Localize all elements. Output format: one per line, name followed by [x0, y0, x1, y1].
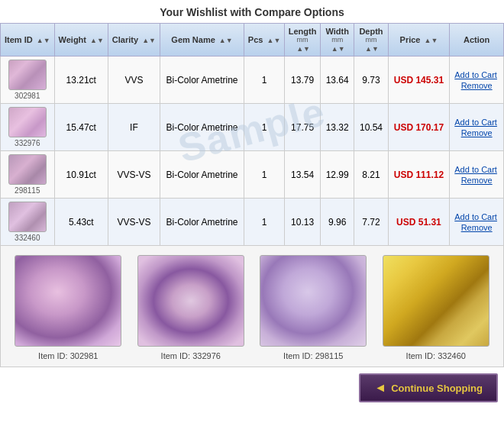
- col-length[interactable]: Lengthmm ▲▼: [285, 24, 321, 57]
- col-pcs[interactable]: Pcs ▲▼: [244, 24, 285, 57]
- item-thumbnail: [8, 202, 47, 232]
- col-action: Action: [450, 24, 504, 57]
- continue-shopping-label: Continue Shopping: [391, 383, 483, 394]
- weight-cell: 13.21ct: [54, 57, 108, 104]
- continue-arrow-icon: ◄: [374, 381, 386, 395]
- clarity-cell: IF: [108, 104, 160, 151]
- gallery-thumbnail: [260, 255, 367, 347]
- width-cell: 13.32: [321, 104, 354, 151]
- width-cell: 13.64: [321, 57, 354, 104]
- item-cell: 302981: [1, 57, 55, 104]
- weight-cell: 10.91ct: [54, 151, 108, 199]
- action-cell: Add to CartRemove: [450, 104, 504, 151]
- item-thumbnail: [8, 60, 47, 90]
- remove-button[interactable]: Remove: [461, 128, 493, 137]
- width-cell: 12.99: [321, 151, 354, 199]
- gallery-item-label: Item ID: 332976: [133, 351, 250, 360]
- col-clarity[interactable]: Clarity ▲▼: [108, 24, 160, 57]
- action-cell: Add to CartRemove: [450, 57, 504, 104]
- item-thumbnail: [8, 154, 47, 185]
- col-gem-name[interactable]: Gem Name ▲▼: [160, 24, 244, 57]
- item-cell: 332460: [1, 199, 55, 246]
- gallery-thumbnail: [383, 255, 489, 347]
- gallery-item-label: Item ID: 298115: [255, 351, 372, 360]
- remove-button[interactable]: Remove: [461, 176, 493, 185]
- price-cell: USD 51.31: [388, 199, 450, 246]
- item-thumbnail: [8, 107, 47, 137]
- length-cell: 17.75: [285, 104, 321, 151]
- gallery-item: Item ID: 302981: [10, 255, 127, 360]
- pcs-cell: 1: [244, 199, 285, 246]
- item-id-label: 302981: [2, 92, 53, 100]
- price-cell: USD 170.17: [388, 104, 450, 151]
- action-cell: Add to CartRemove: [450, 199, 504, 246]
- wishlist-table: Item ID ▲▼ Weight ▲▼ Clarity ▲▼ Gem Name…: [0, 23, 504, 246]
- col-depth[interactable]: Depthmm ▲▼: [354, 24, 388, 57]
- item-id-label: 332976: [2, 139, 53, 147]
- weight-cell: 15.47ct: [54, 104, 108, 151]
- continue-shopping-button[interactable]: ◄ Continue Shopping: [359, 373, 498, 402]
- gallery-thumbnail: [15, 255, 121, 347]
- table-row: 33297615.47ctIFBi-Color Ametrine117.7513…: [1, 104, 504, 151]
- depth-cell: 8.21: [354, 151, 388, 199]
- gallery-thumbnail: [137, 255, 244, 347]
- clarity-cell: VVS-VS: [108, 199, 160, 246]
- gallery-item: Item ID: 332460: [378, 255, 495, 360]
- item-cell: 298115: [1, 151, 55, 199]
- image-gallery: Item ID: 302981Item ID: 332976Item ID: 2…: [0, 246, 504, 367]
- add-to-cart-button[interactable]: Add to Cart: [454, 118, 497, 127]
- clarity-cell: VVS: [108, 57, 160, 104]
- length-cell: 10.13: [285, 199, 321, 246]
- gallery-item: Item ID: 332976: [133, 255, 250, 360]
- col-weight[interactable]: Weight ▲▼: [54, 24, 108, 57]
- table-row: 30298113.21ctVVSBi-Color Ametrine113.791…: [1, 57, 504, 104]
- wishlist-table-wrapper: Sample Item ID ▲▼ Weight ▲▼ Clarity ▲▼ G…: [0, 23, 504, 246]
- action-cell: Add to CartRemove: [450, 151, 504, 199]
- price-cell: USD 111.12: [388, 151, 450, 199]
- width-cell: 9.96: [321, 199, 354, 246]
- gem-name-cell: Bi-Color Ametrine: [160, 151, 244, 199]
- col-width[interactable]: Widthmm ▲▼: [321, 24, 354, 57]
- gem-name-cell: Bi-Color Ametrine: [160, 57, 244, 104]
- table-body: 30298113.21ctVVSBi-Color Ametrine113.791…: [1, 57, 504, 246]
- length-cell: 13.79: [285, 57, 321, 104]
- gem-name-cell: Bi-Color Ametrine: [160, 104, 244, 151]
- col-price[interactable]: Price ▲▼: [388, 24, 450, 57]
- length-cell: 13.54: [285, 151, 321, 199]
- gallery-item-label: Item ID: 332460: [378, 351, 495, 360]
- footer-bar: ◄ Continue Shopping: [0, 367, 504, 409]
- remove-button[interactable]: Remove: [461, 81, 493, 90]
- gem-name-cell: Bi-Color Ametrine: [160, 199, 244, 246]
- add-to-cart-button[interactable]: Add to Cart: [454, 165, 497, 174]
- depth-cell: 9.73: [354, 57, 388, 104]
- col-item-id[interactable]: Item ID ▲▼: [1, 24, 55, 57]
- add-to-cart-button[interactable]: Add to Cart: [454, 212, 497, 221]
- clarity-cell: VVS-VS: [108, 151, 160, 199]
- page-title: Your Wishlist with Compare Options: [0, 0, 504, 23]
- price-cell: USD 145.31: [388, 57, 450, 104]
- table-row: 29811510.91ctVVS-VSBi-Color Ametrine113.…: [1, 151, 504, 199]
- pcs-cell: 1: [244, 151, 285, 199]
- remove-button[interactable]: Remove: [461, 223, 493, 232]
- pcs-cell: 1: [244, 57, 285, 104]
- add-to-cart-button[interactable]: Add to Cart: [454, 70, 497, 79]
- item-id-label: 298115: [2, 186, 53, 195]
- weight-cell: 5.43ct: [54, 199, 108, 246]
- depth-cell: 10.54: [354, 104, 388, 151]
- pcs-cell: 1: [244, 104, 285, 151]
- gallery-item-label: Item ID: 302981: [10, 351, 127, 360]
- table-row: 3324605.43ctVVS-VSBi-Color Ametrine110.1…: [1, 199, 504, 246]
- gallery-item: Item ID: 298115: [255, 255, 372, 360]
- item-id-label: 332460: [2, 234, 53, 242]
- item-cell: 332976: [1, 104, 55, 151]
- table-header: Item ID ▲▼ Weight ▲▼ Clarity ▲▼ Gem Name…: [1, 24, 504, 57]
- depth-cell: 7.72: [354, 199, 388, 246]
